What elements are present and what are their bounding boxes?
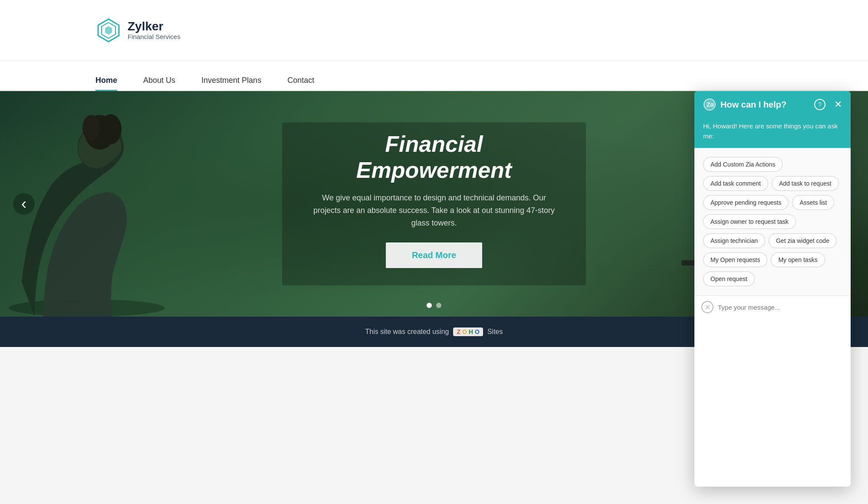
- zylker-logo-icon: [95, 17, 122, 43]
- logo-text: Zylker Financial Services: [128, 20, 181, 41]
- zia-icon: Zα: [703, 98, 716, 111]
- chat-header: Zα How can I help? ? ✕: [694, 91, 851, 118]
- nav-item-home[interactable]: Home: [95, 76, 117, 90]
- logo-company-name: Zylker: [128, 20, 181, 33]
- suggestion-assign-technician[interactable]: Assign technician: [703, 233, 765, 248]
- chat-input-clear-button[interactable]: ✕: [701, 301, 713, 313]
- chat-widget: Zα How can I help? ? ✕ Hi, Howard! Here …: [694, 91, 851, 487]
- main-nav: Home About Us Investment Plans Contact: [0, 61, 868, 91]
- nav-item-investment[interactable]: Investment Plans: [201, 76, 261, 90]
- hero-dot-2[interactable]: [436, 303, 441, 308]
- hero-prev-button[interactable]: ‹: [13, 193, 35, 215]
- nav-items-list: Home About Us Investment Plans Contact: [95, 76, 314, 90]
- suggestion-open-request[interactable]: Open request: [703, 272, 755, 286]
- suggestion-add-task-comment[interactable]: Add task comment: [703, 176, 768, 191]
- suggestion-approve-requests[interactable]: Approve pending requests: [703, 195, 789, 210]
- svg-point-6: [82, 115, 100, 141]
- chat-help-button[interactable]: ?: [814, 99, 825, 110]
- suggestion-assign-owner[interactable]: Assign owner to request task: [703, 214, 796, 229]
- zoho-letter-o2: O: [475, 328, 480, 335]
- suggestion-add-custom-zia[interactable]: Add Custom Zia Actions: [703, 157, 783, 172]
- chat-suggestions-list: Add Custom Zia Actions Add task comment …: [701, 155, 844, 288]
- chat-greeting: Hi, Howard! Here are some things you can…: [694, 118, 851, 148]
- chat-input-area: ✕: [694, 295, 851, 318]
- chat-close-button[interactable]: ✕: [834, 99, 842, 110]
- footer-sites-text: Sites: [487, 328, 503, 336]
- svg-point-5: [100, 114, 122, 144]
- suggestion-assets-list[interactable]: Assets list: [792, 195, 834, 210]
- nav-item-contact[interactable]: Contact: [287, 76, 314, 90]
- site-header: Zylker Financial Services: [0, 0, 868, 61]
- suggestion-open-requests[interactable]: My Open requests: [703, 252, 767, 267]
- hero-description: We give equal importance to design and t…: [308, 192, 560, 229]
- zoho-letter-z: Z: [457, 328, 460, 335]
- zoho-badge: ZOHO: [453, 327, 483, 336]
- chat-suggestions-area: Add Custom Zia Actions Add task comment …: [694, 148, 851, 295]
- suggestion-add-task-request[interactable]: Add task to request: [772, 176, 839, 191]
- nav-item-about[interactable]: About Us: [143, 76, 175, 90]
- footer-text: This site was created using: [365, 328, 449, 336]
- svg-marker-2: [105, 26, 112, 35]
- suggestion-open-tasks[interactable]: My open tasks: [771, 252, 825, 267]
- logo-area: Zylker Financial Services: [95, 17, 181, 43]
- zoho-letter-h: H: [469, 328, 473, 335]
- hero-person-image: [0, 100, 260, 317]
- suggestion-zia-widget-code[interactable]: Get zia widget code: [769, 233, 837, 248]
- hero-carousel-dots: [427, 303, 441, 308]
- svg-text:Zα: Zα: [707, 101, 714, 108]
- chat-message-input[interactable]: [718, 304, 844, 311]
- zoho-letter-o1: O: [462, 328, 467, 335]
- hero-content-block: Financial Empowerment We give equal impo…: [282, 122, 586, 285]
- hero-read-more-button[interactable]: Read More: [386, 242, 482, 268]
- hero-title: Financial Empowerment: [308, 131, 560, 183]
- hero-dot-1[interactable]: [427, 303, 432, 308]
- logo-tagline: Financial Services: [128, 33, 181, 40]
- chat-title: How can I help?: [720, 100, 810, 110]
